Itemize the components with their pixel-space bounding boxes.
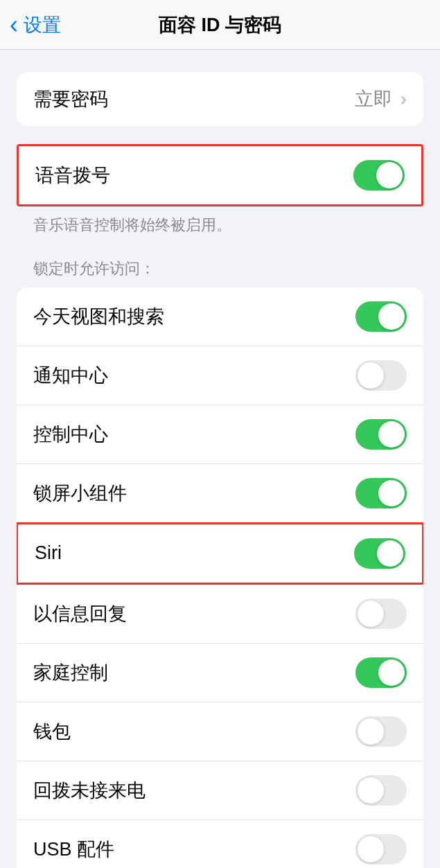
back-label: 设置 [24,12,61,37]
chevron-right-icon: › [401,88,407,110]
control-center-label: 控制中心 [33,422,108,447]
today-view-toggle[interactable] [355,301,407,332]
page-title: 面容 ID 与密码 [159,12,281,37]
siri-toggle[interactable] [354,538,405,569]
notification-center-label: 通知中心 [33,363,108,388]
require-passcode-row[interactable]: 需要密码 立即 › [17,72,423,126]
usb-accessories-row: USB 配件 [17,820,423,868]
require-passcode-label: 需要密码 [33,87,108,112]
require-passcode-group: 需要密码 立即 › [17,72,423,126]
lockscreen-widgets-toggle[interactable] [355,478,407,508]
notification-center-row: 通知中心 [17,346,423,405]
lockscreen-widgets-row: 锁屏小组件 [17,463,423,522]
home-control-label: 家庭控制 [33,660,108,685]
locked-access-group: 今天视图和搜索 通知中心 控制中心 锁屏小组件 Siri 以信息回复 家庭控制 [17,287,423,868]
voice-dial-toggle[interactable] [353,160,405,191]
require-passcode-value: 立即 [355,87,392,112]
navigation-bar: ‹ 设置 面容 ID 与密码 [0,0,440,50]
today-view-label: 今天视图和搜索 [33,304,164,329]
lockscreen-widgets-label: 锁屏小组件 [33,481,127,506]
return-missed-calls-label: 回拨未接来电 [33,778,146,803]
control-center-row: 控制中心 [17,405,423,463]
wallet-row: 钱包 [17,702,423,761]
return-missed-calls-toggle[interactable] [355,775,407,806]
home-control-row: 家庭控制 [17,643,423,702]
control-center-toggle[interactable] [355,419,407,450]
return-missed-calls-row: 回拨未接来电 [17,761,423,820]
siri-row: Siri [17,522,423,585]
voice-dial-label: 语音拨号 [35,163,110,188]
voice-dial-row: 语音拨号 [19,146,421,204]
reply-message-row: 以信息回复 [17,585,423,643]
wallet-toggle[interactable] [355,716,407,747]
wallet-label: 钱包 [33,719,71,744]
usb-accessories-label: USB 配件 [33,837,114,862]
reply-message-toggle[interactable] [355,599,407,629]
siri-label: Siri [35,542,62,564]
reply-message-label: 以信息回复 [33,601,127,626]
voice-dial-group: 语音拨号 [17,144,423,206]
home-control-toggle[interactable] [355,657,407,688]
chevron-left-icon: ‹ [10,12,18,37]
voice-dial-footer: 音乐语音控制将始终被启用。 [17,206,423,236]
today-view-row: 今天视图和搜索 [17,287,423,346]
back-button[interactable]: ‹ 设置 [0,12,61,37]
notification-center-toggle[interactable] [355,360,407,391]
locked-access-header: 锁定时允许访问： [17,236,423,287]
usb-accessories-toggle[interactable] [355,834,407,865]
